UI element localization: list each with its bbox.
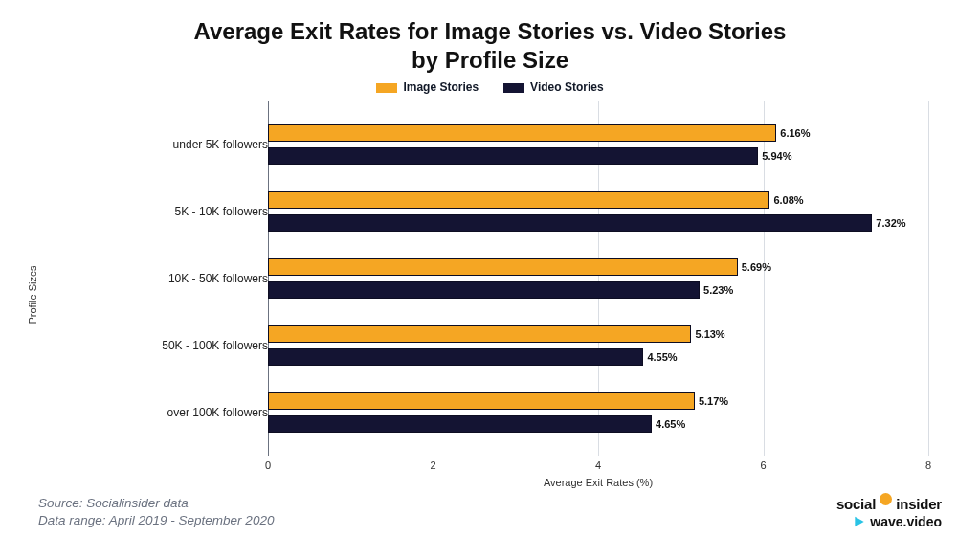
legend-item-image: Image Stories xyxy=(376,80,479,94)
gridline xyxy=(928,101,929,456)
chart-title: Average Exit Rates for Image Stories vs.… xyxy=(38,17,942,75)
x-tick: 4 xyxy=(595,459,601,471)
value-label-image: 5.13% xyxy=(695,325,724,343)
category-row: over 100K followers5.17%4.65% xyxy=(96,389,928,436)
logo-si-text-b: insider xyxy=(896,496,942,512)
category-label: 5K - 10K followers xyxy=(105,205,268,218)
legend: Image Stories Video Stories xyxy=(38,80,942,94)
play-icon xyxy=(853,515,866,528)
bar-video xyxy=(268,281,700,299)
y-axis-label: Profile Sizes xyxy=(27,265,38,324)
value-label-image: 5.69% xyxy=(742,258,771,276)
value-label-image: 6.08% xyxy=(773,191,803,209)
bar-video xyxy=(268,147,758,165)
footer: Source: Socialinsider data Data range: A… xyxy=(38,495,942,529)
legend-label-video: Video Stories xyxy=(530,80,603,94)
value-label-video: 5.94% xyxy=(762,147,791,165)
chart: 02468under 5K followers6.16%5.94%5K - 10… xyxy=(96,101,928,488)
legend-swatch-image xyxy=(376,83,397,93)
logo-si-text-a: social xyxy=(836,496,876,512)
category-label: over 100K followers xyxy=(105,406,268,419)
plot-area: 02468under 5K followers6.16%5.94%5K - 10… xyxy=(96,101,928,456)
logo-wavevideo: wave.video xyxy=(853,514,942,529)
value-label-video: 4.55% xyxy=(647,348,677,366)
bars-group: 6.08%7.32% xyxy=(268,188,928,235)
x-tick: 2 xyxy=(430,459,435,471)
category-label: 50K - 100K followers xyxy=(105,339,268,352)
bar-image xyxy=(268,258,738,276)
sun-icon xyxy=(880,493,892,505)
bar-image xyxy=(268,392,695,410)
value-label-video: 5.23% xyxy=(703,281,733,299)
category-row: 50K - 100K followers5.13%4.55% xyxy=(96,322,928,369)
category-label: under 5K followers xyxy=(105,138,268,151)
page: Average Exit Rates for Image Stories vs.… xyxy=(0,0,980,537)
x-axis-label: Average Exit Rates (%) xyxy=(268,477,928,488)
bars-group: 6.16%5.94% xyxy=(268,121,928,168)
legend-label-image: Image Stories xyxy=(403,80,479,94)
bars-group: 5.17%4.65% xyxy=(268,389,928,436)
x-tick: 0 xyxy=(265,459,271,471)
chart-wrap: Profile Sizes 02468under 5K followers6.1… xyxy=(38,101,942,488)
category-row: under 5K followers6.16%5.94% xyxy=(96,121,928,168)
bar-video xyxy=(268,348,643,366)
source-line1: Source: Socialinsider data xyxy=(38,495,274,512)
value-label-image: 5.17% xyxy=(699,392,728,410)
x-tick: 6 xyxy=(760,459,766,471)
source-line2: Data range: April 2019 - September 2020 xyxy=(38,512,274,529)
category-label: 10K - 50K followers xyxy=(105,272,268,285)
value-label-image: 6.16% xyxy=(780,124,810,142)
bar-video xyxy=(268,415,652,433)
logos: socialinsider wave.video xyxy=(836,496,942,529)
logo-wv-text: wave.video xyxy=(870,514,942,529)
chart-title-line1: Average Exit Rates for Image Stories vs.… xyxy=(194,18,787,44)
bar-image xyxy=(268,325,691,343)
bars-group: 5.13%4.55% xyxy=(268,322,928,369)
category-row: 10K - 50K followers5.69%5.23% xyxy=(96,255,928,302)
chart-title-line2: by Profile Size xyxy=(412,47,568,73)
category-row: 5K - 10K followers6.08%7.32% xyxy=(96,188,928,235)
logo-socialinsider: socialinsider xyxy=(836,496,942,512)
value-label-video: 7.32% xyxy=(876,214,905,232)
legend-item-video: Video Stories xyxy=(503,80,603,94)
bar-image xyxy=(268,124,776,142)
legend-swatch-video xyxy=(503,83,524,93)
value-label-video: 4.65% xyxy=(656,415,685,433)
x-tick: 8 xyxy=(925,459,931,471)
bars-group: 5.69%5.23% xyxy=(268,255,928,302)
source-note: Source: Socialinsider data Data range: A… xyxy=(38,495,274,529)
bar-video xyxy=(268,214,872,232)
bar-image xyxy=(268,191,769,209)
